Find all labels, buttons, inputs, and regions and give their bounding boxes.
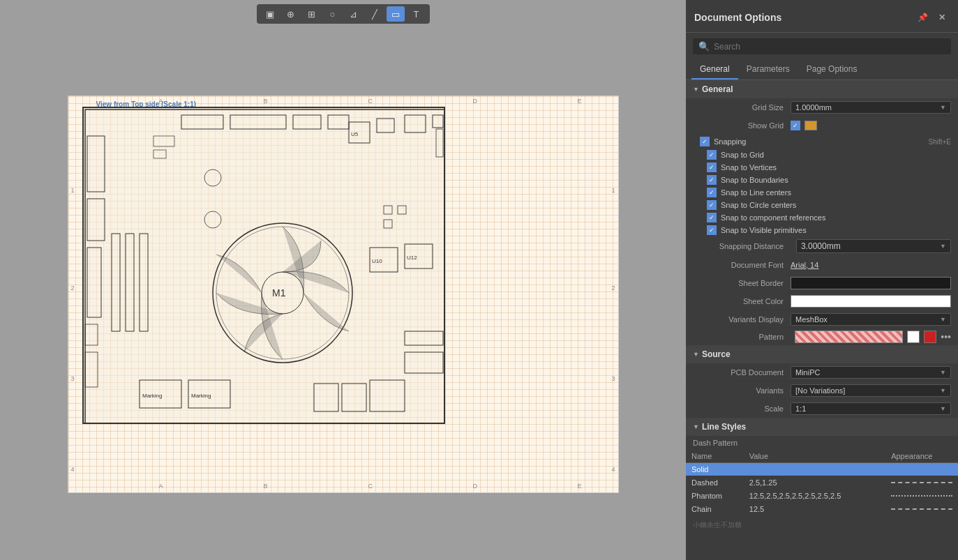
chain-appearance bbox=[885, 503, 958, 516]
show-grid-row: Show Grid ✓ bbox=[686, 116, 958, 135]
show-grid-checkbox[interactable]: ✓ bbox=[791, 121, 800, 130]
snap-comp-refs-checkbox[interactable]: ✓ bbox=[707, 213, 717, 222]
snap-circle-centers-checkbox[interactable]: ✓ bbox=[707, 200, 717, 210]
sheet-border-row: Sheet Border bbox=[686, 274, 958, 292]
svg-rect-0 bbox=[85, 109, 445, 424]
document-font-value[interactable]: Arial, 14 bbox=[791, 261, 951, 269]
panel-title-icons: 📌 ✕ bbox=[915, 10, 950, 25]
snap-vertices-checkbox[interactable]: ✓ bbox=[707, 162, 717, 172]
line-styles-table: Name Value Appearance Solid Dashed 2.5,1… bbox=[686, 450, 958, 516]
snap-grid-label: Snap to Grid bbox=[721, 151, 764, 159]
line-style-phantom-row[interactable]: Phantom 12.5,2.5,2.5,2.5,2.5,2.5,2.5 bbox=[686, 490, 958, 503]
select-tool-btn[interactable]: ▣ bbox=[261, 6, 279, 22]
scale-value: 1:1 bbox=[795, 404, 806, 413]
ruler-num-2-r: 2 bbox=[611, 285, 615, 292]
source-section-label: Source bbox=[702, 349, 731, 359]
snapping-distance-dropdown[interactable]: 3.0000mm ▼ bbox=[796, 239, 951, 253]
source-arrow-icon: ▼ bbox=[693, 351, 699, 358]
variants-value: [No Variations] bbox=[795, 386, 845, 395]
snap-boundaries-item: ✓ Snap to Boundaries bbox=[686, 174, 958, 186]
line-tool-btn[interactable]: ╱ bbox=[366, 6, 384, 22]
section-source[interactable]: ▼ Source bbox=[686, 345, 958, 363]
sheet-color-swatch[interactable] bbox=[791, 295, 951, 308]
sheet-color-row: Sheet Color bbox=[686, 292, 958, 310]
pcb-board: M1 U5 U10 bbox=[82, 107, 445, 424]
pattern-white-swatch[interactable] bbox=[907, 331, 920, 343]
panel-pin-btn[interactable]: 📌 bbox=[915, 10, 930, 25]
phantom-value: 12.5,2.5,2.5,2.5,2.5,2.5,2.5 bbox=[744, 490, 885, 503]
snap-line-centers-checkbox[interactable]: ✓ bbox=[707, 188, 717, 197]
document-font-row: Document Font Arial, 14 bbox=[686, 256, 958, 274]
pcb-document-dropdown[interactable]: MiniPC ▼ bbox=[791, 366, 951, 379]
snapping-distance-label: Snapping Distance bbox=[700, 242, 791, 250]
pcb-sheet[interactable]: A B C D E A B C D E 1 2 3 4 1 2 3 4 View… bbox=[68, 96, 619, 493]
snap-line-centers-label: Snap to Line centers bbox=[721, 188, 791, 197]
rect-tool-btn[interactable]: ▭ bbox=[387, 6, 405, 22]
solid-appearance bbox=[885, 463, 958, 476]
snap-visible-prim-item: ✓ Snap to Visible primitives bbox=[686, 224, 958, 236]
svg-text:U10: U10 bbox=[372, 258, 382, 264]
text-tool-btn[interactable]: T bbox=[407, 6, 426, 22]
panel-title: Document Options 📌 ✕ bbox=[686, 0, 958, 33]
svg-text:Marking: Marking bbox=[142, 393, 162, 399]
search-input[interactable] bbox=[714, 42, 945, 52]
line-styles-arrow-icon: ▼ bbox=[693, 423, 699, 430]
snap-line-centers-item: ✓ Snap to Line centers bbox=[686, 186, 958, 199]
snap-boundaries-checkbox[interactable]: ✓ bbox=[707, 175, 717, 185]
circle-tool-btn[interactable]: ○ bbox=[324, 6, 342, 22]
snap-boundaries-label: Snap to Boundaries bbox=[721, 176, 788, 184]
snapping-checkbox[interactable]: ✓ bbox=[700, 137, 710, 146]
general-arrow-icon: ▼ bbox=[693, 86, 699, 93]
pattern-row: Pattern ••• bbox=[686, 328, 958, 345]
variants-display-dropdown[interactable]: MeshBox ▼ bbox=[791, 313, 951, 326]
component-tool-btn[interactable]: ⊞ bbox=[303, 6, 321, 22]
grid-size-arrow-icon: ▼ bbox=[940, 104, 946, 111]
grid-color-swatch[interactable] bbox=[804, 121, 817, 130]
svg-text:Marking: Marking bbox=[191, 393, 211, 399]
tabs-bar: General Parameters Page Options bbox=[686, 60, 958, 80]
snap-circle-centers-item: ✓ Snap to Circle centers bbox=[686, 199, 958, 211]
line-style-chain-row[interactable]: Chain 12.5 bbox=[686, 503, 958, 516]
snap-visible-prim-checkbox[interactable]: ✓ bbox=[707, 225, 717, 235]
snapping-distance-value: 3.0000mm bbox=[801, 241, 841, 251]
svg-text:U5: U5 bbox=[351, 131, 359, 137]
col-name: Name bbox=[686, 450, 744, 463]
panel-title-text: Document Options bbox=[694, 12, 781, 23]
section-line-styles[interactable]: ▼ Line Styles bbox=[686, 418, 958, 436]
pattern-red-swatch[interactable] bbox=[924, 331, 936, 343]
snap-grid-checkbox[interactable]: ✓ bbox=[707, 150, 717, 160]
tab-page-options[interactable]: Page Options bbox=[798, 60, 866, 80]
sheet-border-label: Sheet Border bbox=[700, 279, 791, 287]
ruler-letter-b: B bbox=[264, 98, 268, 105]
ruler-num-4-l: 4 bbox=[71, 466, 75, 473]
variants-dropdown[interactable]: [No Variations] ▼ bbox=[791, 384, 951, 397]
solid-name: Solid bbox=[686, 463, 744, 476]
grid-size-label: Grid Size bbox=[700, 103, 791, 112]
panel-close-btn[interactable]: ✕ bbox=[934, 10, 950, 25]
line-style-solid-row[interactable]: Solid bbox=[686, 463, 958, 476]
sheet-color-label: Sheet Color bbox=[700, 297, 791, 305]
tab-parameters[interactable]: Parameters bbox=[738, 60, 798, 80]
measure-tool-btn[interactable]: ⊿ bbox=[345, 6, 363, 22]
dashed-appearance bbox=[885, 476, 958, 490]
toolbar: ▣ ⊕ ⊞ ○ ⊿ ╱ ▭ T bbox=[0, 0, 686, 28]
scale-dropdown[interactable]: 1:1 ▼ bbox=[791, 402, 951, 415]
chain-value: 12.5 bbox=[744, 503, 885, 516]
snapping-dist-arrow-icon: ▼ bbox=[940, 243, 946, 250]
section-general[interactable]: ▼ General bbox=[686, 80, 958, 98]
dashed-value: 2.5,1.25 bbox=[744, 476, 885, 490]
snapping-distance-row: Snapping Distance 3.0000mm ▼ bbox=[686, 236, 958, 256]
tab-general[interactable]: General bbox=[691, 60, 738, 80]
grid-size-dropdown[interactable]: 1.0000mm ▼ bbox=[791, 101, 951, 114]
snapping-row: ✓ Snapping Shift+E bbox=[686, 135, 958, 149]
pattern-more-btn[interactable]: ••• bbox=[941, 331, 951, 342]
document-font-label: Document Font bbox=[700, 261, 791, 269]
line-style-dashed-row[interactable]: Dashed 2.5,1.25 bbox=[686, 476, 958, 490]
sheet-border-swatch[interactable] bbox=[791, 277, 951, 289]
ruler-num-3-r: 3 bbox=[611, 375, 615, 382]
pattern-preview[interactable] bbox=[795, 331, 903, 343]
solid-value bbox=[744, 463, 885, 476]
route-tool-btn[interactable]: ⊕ bbox=[282, 6, 300, 22]
ruler-num-4-r: 4 bbox=[611, 466, 615, 473]
scale-label: Scale bbox=[700, 404, 791, 413]
